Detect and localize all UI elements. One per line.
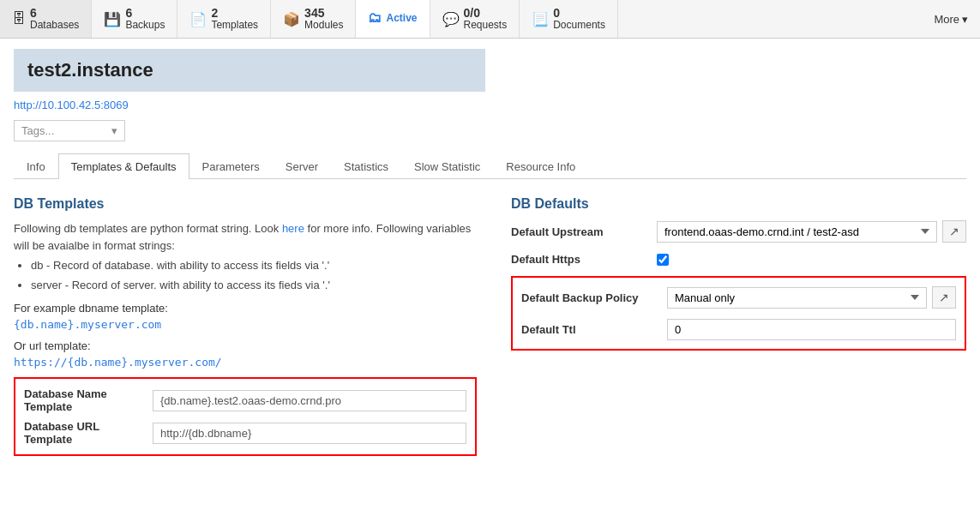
backups-count: 6 — [125, 7, 165, 19]
databases-count: 6 — [30, 7, 79, 19]
upstream-select[interactable]: frontend.oaas-demo.crnd.int / test2-asd — [657, 221, 937, 243]
db-templates-title: DB Templates — [14, 196, 477, 212]
tab-templates-defaults[interactable]: Templates & Defaults — [58, 153, 189, 179]
active-icon: 🗂 — [368, 10, 382, 26]
url-code: https://{db.name}.myserver.com/ — [14, 356, 477, 369]
documents-icon: 📃 — [532, 11, 549, 27]
upstream-label: Default Upstream — [511, 225, 648, 238]
template-row-dbname: Database NameTemplate — [24, 387, 466, 413]
tab-info[interactable]: Info — [14, 153, 58, 179]
more-chevron-icon: ▾ — [962, 13, 968, 26]
backup-policy-ext-link-button[interactable]: ↗ — [932, 286, 956, 309]
upstream-value: frontend.oaas-demo.crnd.int / test2-asd … — [657, 220, 966, 243]
modules-count: 345 — [304, 7, 343, 19]
more-button[interactable]: More ▾ — [922, 0, 980, 38]
defaults-row-backup-policy: Default Backup Policy Manual only ↗ — [521, 286, 956, 309]
documents-label: Documents — [553, 19, 605, 31]
ttl-input[interactable] — [667, 319, 956, 340]
desc-text-1: Following db templates are python format… — [14, 222, 282, 235]
backup-policy-value: Manual only ↗ — [667, 286, 956, 309]
template-dburl-label: Database URLTemplate — [24, 420, 144, 446]
template-dburl-input[interactable] — [153, 423, 466, 444]
nav-requests[interactable]: 💬 0/0 Requests — [430, 0, 520, 38]
bullet-server: server - Record of server. with ability … — [31, 277, 477, 294]
defaults-row-upstream: Default Upstream frontend.oaas-demo.crnd… — [511, 220, 966, 243]
desc-link[interactable]: here — [282, 222, 304, 235]
templates-icon: 📄 — [189, 11, 207, 27]
template-row-dburl: Database URLTemplate — [24, 420, 466, 446]
templates-count: 2 — [211, 7, 258, 19]
https-label: Default Https — [511, 253, 648, 266]
instance-title: test2.instance — [14, 49, 485, 92]
example-code: {db.name}.myserver.com — [14, 318, 477, 331]
defaults-row-https: Default Https — [511, 253, 966, 266]
nav-backups[interactable]: 💾 6 Backups — [92, 0, 177, 38]
tags-chevron-icon: ▾ — [111, 124, 117, 137]
desc-bullets: db - Record of database. with ability to… — [31, 257, 477, 293]
defaults-row-ttl: Default Ttl — [521, 319, 956, 340]
main-content: test2.instance http://10.100.42.5:8069 T… — [0, 39, 980, 466]
https-value — [657, 254, 966, 266]
backups-icon: 💾 — [104, 11, 121, 27]
databases-icon: 🗄 — [12, 11, 26, 27]
db-defaults-section: DB Defaults Default Upstream frontend.oa… — [511, 196, 966, 456]
nav-databases[interactable]: 🗄 6 Databases — [0, 0, 92, 38]
template-dbname-input[interactable] — [153, 390, 466, 411]
modules-label: Modules — [304, 19, 343, 31]
tab-statistics[interactable]: Statistics — [331, 153, 401, 179]
requests-label: Requests — [464, 19, 508, 31]
modules-icon: 📦 — [283, 11, 300, 27]
db-defaults-title: DB Defaults — [511, 196, 966, 212]
active-label: Active — [386, 12, 417, 24]
instance-url[interactable]: http://10.100.42.5:8069 — [14, 99, 966, 111]
upstream-ext-link-button[interactable]: ↗ — [942, 220, 966, 243]
tab-resource-info[interactable]: Resource Info — [493, 153, 588, 179]
nav-modules[interactable]: 📦 345 Modules — [271, 0, 356, 38]
backup-policy-label: Default Backup Policy — [521, 291, 658, 304]
top-navigation: 🗄 6 Databases 💾 6 Backups 📄 2 Templates … — [0, 0, 980, 39]
databases-label: Databases — [30, 19, 79, 31]
nav-active[interactable]: 🗂 Active — [356, 0, 430, 38]
nav-templates[interactable]: 📄 2 Templates — [177, 0, 271, 38]
sub-tabs: Info Templates & Defaults Parameters Ser… — [14, 153, 966, 179]
db-templates-desc: Following db templates are python format… — [14, 220, 477, 293]
backup-policy-select[interactable]: Manual only — [667, 287, 927, 309]
documents-count: 0 — [553, 7, 605, 19]
tab-server[interactable]: Server — [273, 153, 331, 179]
tags-dropdown[interactable]: Tags... ▾ — [14, 120, 125, 141]
templates-label: Templates — [211, 19, 258, 31]
more-label: More — [934, 13, 959, 26]
db-templates-section: DB Templates Following db templates are … — [14, 196, 477, 456]
defaults-highlight-box: Default Backup Policy Manual only ↗ Defa… — [511, 276, 966, 351]
requests-icon: 💬 — [442, 11, 460, 27]
ttl-value — [667, 319, 956, 340]
url-label: Or url template: — [14, 339, 477, 352]
tab-slow-statistic[interactable]: Slow Statistic — [401, 153, 493, 179]
tab-parameters[interactable]: Parameters — [189, 153, 273, 179]
ttl-label: Default Ttl — [521, 323, 658, 336]
backups-label: Backups — [125, 19, 165, 31]
tags-placeholder: Tags... — [21, 124, 54, 137]
example-label: For example dbname template: — [14, 302, 477, 315]
https-checkbox[interactable] — [657, 254, 669, 266]
content-columns: DB Templates Following db templates are … — [14, 196, 966, 456]
nav-documents[interactable]: 📃 0 Documents — [520, 0, 618, 38]
requests-count: 0/0 — [464, 7, 508, 19]
bullet-db: db - Record of database. with ability to… — [31, 257, 477, 274]
template-fields-box: Database NameTemplate Database URLTempla… — [14, 377, 477, 456]
template-dbname-label: Database NameTemplate — [24, 387, 144, 413]
